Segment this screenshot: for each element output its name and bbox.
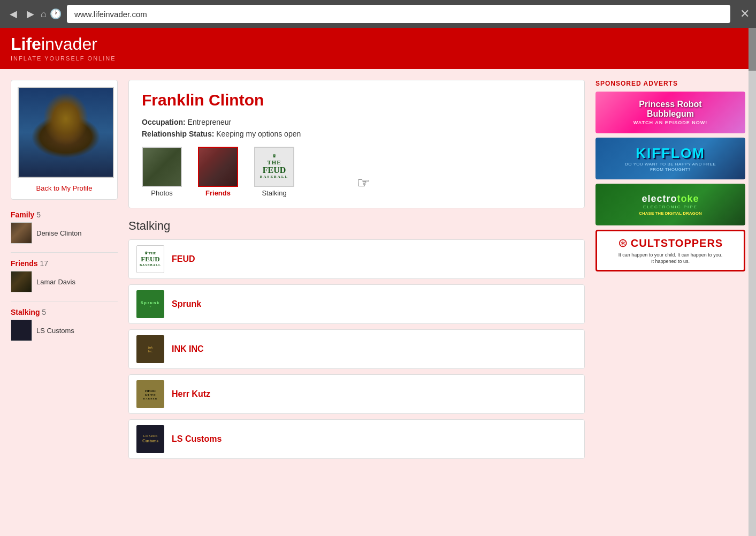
stalking-tab-label: Stalking <box>254 189 294 197</box>
ad-kifflom[interactable]: KIFFLOM DO YOU WANT TO BE HAPPY AND FREE… <box>595 138 745 179</box>
inkinc-logo-text: Ink Inc. <box>148 345 152 353</box>
herrkutz-name: Herr Kutz <box>172 389 210 399</box>
site-header: Lifeinvader INFLATE YOURSELF ONLINE <box>0 28 756 69</box>
cultstoppers-ad-sub: It can happen to your child. It can happ… <box>618 252 723 265</box>
profile-avatar <box>18 87 114 178</box>
inkinc-name: INK INC <box>172 344 204 354</box>
denise-name: Denise Clinton <box>36 229 82 237</box>
browser-chrome: ◀ ▶ ⌂ 🕐 ✕ <box>0 0 756 28</box>
herrkutz-logo: HERR KUTZ BARBER <box>136 380 164 408</box>
right-sidebar: SPONSORED ADVERTS Princess RobotBubblegu… <box>595 80 745 536</box>
occupation-detail: Occupation: Entrepreneur <box>142 118 571 126</box>
stalking-item-herrkutz[interactable]: HERR KUTZ BARBER Herr Kutz <box>128 374 585 414</box>
stalking-tab-image: ♛ THE FEUD BASEBALL <box>254 147 294 187</box>
center-content: Franklin Clinton Occupation: Entrepreneu… <box>128 80 585 536</box>
sidebar-divider-1 <box>11 252 118 253</box>
sidebar-divider-2 <box>11 301 118 301</box>
stalking-item-lscustoms[interactable]: Los Santos Customs LS Customs <box>128 419 585 459</box>
electrotoke-ad-main: electrotoke <box>639 193 701 205</box>
stalking-header: Stalking <box>128 219 585 233</box>
sprunk-logo-text: Sprunk ● <box>141 301 160 308</box>
stalking-item-inkinc[interactable]: Ink Inc. INK INC <box>128 329 585 369</box>
stalking-item-feud[interactable]: ♛ THE FEUD BASEBALL FEUD <box>128 239 585 279</box>
sidebar-person-denise[interactable]: Denise Clinton <box>11 222 118 244</box>
kifflom-ad-sub: DO YOU WANT TO BE HAPPY AND FREE FROM TH… <box>622 162 719 172</box>
cultstoppers-ad-content: ⊛ CULTSTOPPERS <box>618 236 723 250</box>
forward-button[interactable]: ▶ <box>24 6 37 22</box>
lscustoms-sidebar-name: LS Customs <box>36 327 74 335</box>
friends-tab-image <box>198 147 238 187</box>
stalking-section: Stalking ♛ THE FEUD BASEBALL FEUD Sprunk <box>128 219 585 459</box>
family-count: 5 <box>36 210 41 219</box>
sponsored-title: SPONSORED ADVERTS <box>595 80 745 87</box>
cultstoppers-icon: ⊛ <box>618 236 628 250</box>
stalking-section-title: Stalking 5 <box>11 308 118 316</box>
close-button[interactable]: ✕ <box>740 7 750 21</box>
history-button[interactable]: 🕐 <box>50 8 62 20</box>
sidebar-person-lamar[interactable]: Lamar Davis <box>11 271 118 292</box>
logo-regular: invader <box>41 34 97 54</box>
denise-avatar <box>11 222 32 244</box>
feud-logo: ♛ THE FEUD BASEBALL <box>136 245 164 273</box>
electrotoke-ad-content: electrotoke ELECTRONIC PIPE CHASE THE DI… <box>639 193 701 216</box>
avatar-image <box>19 88 113 177</box>
profile-card: Back to My Profile <box>11 80 118 200</box>
feud-name: FEUD <box>172 254 195 264</box>
photos-tab-label: Photos <box>142 189 182 197</box>
scrollbar-thumb[interactable] <box>749 28 756 71</box>
herrkutz-logo-text: HERR KUTZ BARBER <box>143 389 158 400</box>
back-to-profile-link[interactable]: Back to My Profile <box>36 184 93 192</box>
ad-electrotoke[interactable]: electrotoke ELECTRONIC PIPE CHASE THE DI… <box>595 184 745 225</box>
logo-bold: Life <box>11 34 41 54</box>
cursor-pointer: ☞ <box>357 174 370 192</box>
stalking-count: 5 <box>42 308 46 316</box>
sidebar-person-lscustoms[interactable]: LS Customs <box>11 320 118 341</box>
sidebar-friends-section: Friends 17 Lamar Davis <box>11 259 118 292</box>
main-layout: Back to My Profile Family 5 Denise Clint… <box>0 69 756 536</box>
electrotoke-ad-sub: ELECTRONIC PIPE <box>639 205 701 209</box>
nav-buttons: ◀ ▶ ⌂ 🕐 <box>6 6 62 22</box>
tab-stalking[interactable]: ♛ THE FEUD BASEBALL Stalking <box>254 147 294 197</box>
relationship-detail: Relationship Status: Keeping my options … <box>142 130 571 138</box>
tab-photos[interactable]: Photos <box>142 147 182 197</box>
lscustoms-logo-text: Los Santos Customs <box>142 434 158 444</box>
kifflom-ad-content: KIFFLOM DO YOU WANT TO BE HAPPY AND FREE… <box>622 145 719 172</box>
ad-cultstoppers[interactable]: ⊛ CULTSTOPPERS It can happen to your chi… <box>595 230 745 271</box>
lamar-avatar <box>11 271 32 292</box>
lscustoms-logo: Los Santos Customs <box>136 425 164 453</box>
back-button[interactable]: ◀ <box>6 6 20 22</box>
address-bar[interactable] <box>67 5 730 23</box>
friends-tab-label: Friends <box>198 189 238 197</box>
princess-ad-sub: WATCH AN EPISODE NOW! <box>633 120 708 125</box>
tab-friends[interactable]: Friends <box>198 147 238 197</box>
friends-count: 17 <box>40 259 48 268</box>
lscustoms-avatar <box>11 320 32 341</box>
sprunk-logo: Sprunk ● <box>136 290 164 318</box>
stalking-item-sprunk[interactable]: Sprunk ● Sprunk <box>128 284 585 324</box>
feud-logo-text: ♛ THE FEUD BASEBALL <box>140 252 161 267</box>
site-logo: Lifeinvader <box>11 34 745 54</box>
photos-tab-image <box>142 147 182 187</box>
left-sidebar: Back to My Profile Family 5 Denise Clint… <box>11 80 118 536</box>
sprunk-name: Sprunk <box>172 299 201 309</box>
kifflom-ad-main: KIFFLOM <box>622 145 719 162</box>
feud-logo-tab: ♛ THE FEUD BASEBALL <box>260 154 288 179</box>
electrotoke-ad-cta: CHASE THE DIGITAL DRAGON <box>639 211 701 216</box>
profile-info-panel: Franklin Clinton Occupation: Entrepreneu… <box>128 80 585 208</box>
princess-ad-text: Princess RobotBubblegum <box>633 100 708 118</box>
inkinc-logo: Ink Inc. <box>136 335 164 363</box>
site-tagline: INFLATE YOURSELF ONLINE <box>11 55 745 62</box>
ad-princess-robot[interactable]: Princess RobotBubblegum WATCH AN EPISODE… <box>595 92 745 133</box>
princess-ad-content: Princess RobotBubblegum WATCH AN EPISODE… <box>631 97 710 127</box>
sidebar-stalking-section: Stalking 5 LS Customs <box>11 308 118 341</box>
profile-name: Franklin Clinton <box>142 91 571 109</box>
sidebar-family-section: Family 5 Denise Clinton <box>11 210 118 244</box>
family-section-title: Family 5 <box>11 210 118 219</box>
lamar-name: Lamar Davis <box>36 278 75 286</box>
home-button[interactable]: ⌂ <box>41 9 47 20</box>
scrollbar-track <box>749 28 756 536</box>
friends-section-title: Friends 17 <box>11 259 118 268</box>
cultstoppers-ad-main: CULTSTOPPERS <box>631 237 723 250</box>
lscustoms-name: LS Customs <box>172 434 222 444</box>
